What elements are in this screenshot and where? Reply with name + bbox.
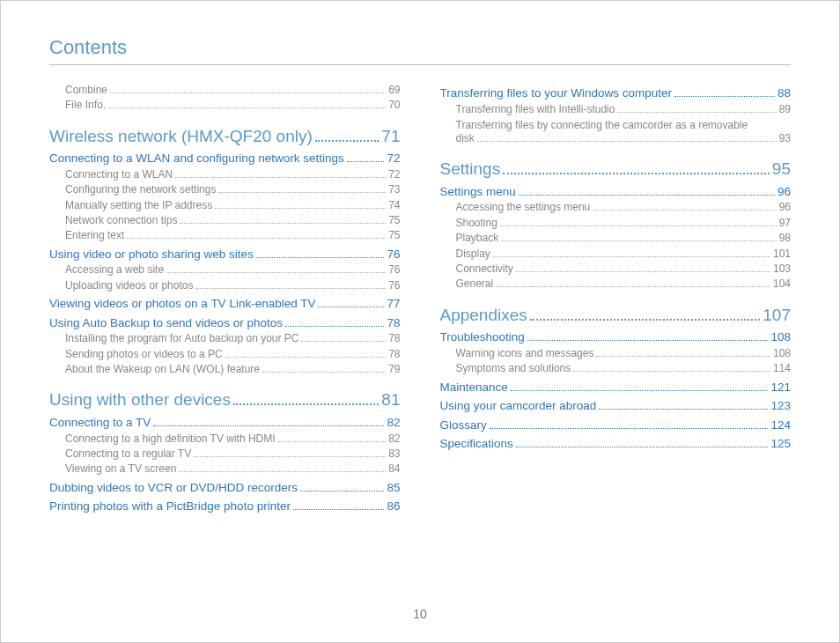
toc-page-number: 125: [770, 435, 791, 453]
toc-subsection[interactable]: Using Auto Backup to send videos or phot…: [49, 314, 401, 332]
toc-subsection[interactable]: Printing photos with a PictBridge photo …: [49, 498, 401, 515]
toc-page-number: 124: [770, 417, 791, 434]
toc-entry[interactable]: Symptoms and solutions114: [456, 361, 792, 376]
left-column: Combine69File Info.70Wireless network (H…: [49, 83, 401, 515]
dot-leader: [179, 463, 386, 472]
toc-subsection[interactable]: Glossary124: [440, 417, 792, 434]
toc-entry[interactable]: Connecting to a regular TV83: [65, 447, 401, 462]
toc-page-number: 81: [381, 388, 400, 412]
toc-entry[interactable]: Uploading videos or photos76: [65, 278, 401, 293]
toc-section[interactable]: Using with other devices81: [49, 388, 401, 412]
dot-leader: [596, 348, 770, 357]
toc-entry[interactable]: Display101: [456, 247, 792, 262]
toc-page-number: 76: [388, 262, 400, 277]
toc-entry[interactable]: Transferring files with Intelli-studio89: [456, 102, 792, 117]
toc-label: Using Auto Backup to send videos or phot…: [49, 314, 283, 332]
toc-label: Display: [456, 247, 490, 262]
toc-entry[interactable]: Playback98: [456, 231, 792, 246]
toc-label: Viewing videos or photos on a TV Link-en…: [49, 295, 315, 313]
toc-page-number: 75: [388, 213, 400, 228]
toc-entry[interactable]: Accessing a web site76: [65, 262, 401, 277]
toc-entry[interactable]: Shooting97: [456, 216, 792, 231]
toc-label: File Info.: [65, 98, 106, 113]
toc-entry[interactable]: About the Wakeup on LAN (WOL) feature79: [65, 362, 401, 377]
toc-page-number: 108: [770, 329, 791, 346]
toc-label: About the Wakeup on LAN (WOL) feature: [65, 362, 260, 377]
toc-page-number: 70: [388, 98, 400, 113]
toc-entry[interactable]: Connectivity103: [456, 262, 792, 277]
dot-leader: [318, 298, 384, 307]
toc-page-number: 82: [388, 432, 400, 447]
dot-leader: [285, 317, 385, 327]
toc-page-number: 78: [387, 314, 400, 332]
toc-subsection[interactable]: Maintenance121: [440, 379, 792, 396]
toc-label: Using with other devices: [49, 388, 231, 412]
toc-page-number: 88: [777, 85, 791, 102]
toc-entry[interactable]: General104: [456, 277, 792, 292]
toc-label: Accessing the settings menu: [456, 200, 591, 215]
toc-subsection[interactable]: Using your camcorder abroad123: [440, 397, 792, 415]
toc-page-number: 83: [388, 447, 400, 462]
toc-label: Troubleshooting: [440, 329, 525, 346]
toc-entry[interactable]: Warning icons and messages108: [456, 346, 792, 361]
toc-entry[interactable]: Entering text75: [65, 228, 401, 243]
toc-label: Configuring the network settings: [65, 182, 216, 197]
dot-leader: [516, 438, 769, 447]
toc-subsection[interactable]: Connecting to a TV82: [49, 414, 401, 432]
toc-page-number: 76: [388, 278, 400, 293]
toc-label: Dubbing videos to VCR or DVD/HDD recorde…: [49, 479, 298, 497]
dot-leader: [194, 448, 386, 457]
toc-entry[interactable]: Installing the program for Auto backup o…: [65, 331, 401, 346]
toc-label: Combine: [65, 83, 107, 98]
toc-subsection[interactable]: Settings menu96: [440, 183, 792, 201]
toc-section[interactable]: Wireless network (HMX-QF20 only)71: [49, 124, 401, 149]
toc-subsection[interactable]: Specifications125: [440, 435, 792, 453]
toc-entry[interactable]: Connecting to a high definition TV with …: [65, 432, 401, 447]
toc-entry[interactable]: Combine69: [65, 83, 401, 98]
dot-leader: [262, 364, 386, 373]
dot-leader: [127, 230, 386, 239]
page-number: 10: [1, 607, 839, 621]
toc-page-number: 103: [773, 262, 791, 277]
toc-page-number: 89: [779, 102, 791, 117]
toc-section[interactable]: Settings95: [440, 157, 792, 181]
toc-page-number: 79: [388, 362, 400, 377]
toc-subsection[interactable]: Troubleshooting108: [440, 329, 792, 346]
toc-section[interactable]: Appendixes107: [440, 303, 792, 328]
toc-entry[interactable]: Transferring files by connecting the cam…: [456, 119, 792, 146]
toc-columns: Combine69File Info.70Wireless network (H…: [49, 83, 791, 515]
toc-entry[interactable]: File Info.70: [65, 98, 401, 113]
toc-label: Network connection tips: [65, 213, 177, 228]
page-title: Contents: [49, 36, 791, 65]
toc-subsection[interactable]: Transferring files to your Windows compu…: [440, 85, 792, 102]
dot-leader: [278, 433, 387, 442]
toc-page-number: 72: [387, 150, 400, 167]
page-content: Contents Combine69File Info.70Wireless n…: [1, 1, 839, 542]
toc-label: Manually setting the IP address: [65, 198, 212, 213]
toc-entry[interactable]: Connecting to a WLAN72: [65, 167, 401, 182]
dot-leader: [493, 248, 770, 257]
toc-page-number: 98: [779, 231, 791, 246]
toc-page-number: 101: [773, 247, 791, 262]
toc-page-number: 78: [388, 331, 400, 346]
toc-page-number: 73: [388, 182, 400, 197]
toc-entry[interactable]: Network connection tips75: [65, 213, 401, 228]
toc-entry[interactable]: Configuring the network settings73: [65, 182, 401, 197]
toc-page-number: 121: [770, 379, 791, 396]
toc-page-number: 96: [777, 183, 791, 201]
toc-label: Viewing on a TV screen: [65, 462, 176, 477]
dot-leader: [490, 419, 769, 429]
dot-leader: [503, 160, 770, 174]
toc-label: Connecting to a regular TV: [65, 447, 191, 462]
toc-entry[interactable]: Sending photos or videos to a PC78: [65, 347, 401, 362]
toc-subsection[interactable]: Connecting to a WLAN and configuring net…: [49, 150, 401, 167]
toc-subsection[interactable]: Viewing videos or photos on a TV Link-en…: [49, 295, 401, 313]
dot-leader: [301, 333, 386, 342]
toc-entry[interactable]: Viewing on a TV screen84: [65, 462, 401, 477]
toc-subsection[interactable]: Using video or photo sharing web sites76: [49, 246, 401, 263]
toc-label: Transferring files with Intelli-studio: [456, 102, 615, 117]
toc-entry[interactable]: Manually setting the IP address74: [65, 198, 401, 213]
toc-entry[interactable]: Accessing the settings menu96: [456, 200, 792, 215]
toc-subsection[interactable]: Dubbing videos to VCR or DVD/HDD recorde…: [49, 479, 401, 497]
toc-label: Playback: [456, 231, 499, 246]
